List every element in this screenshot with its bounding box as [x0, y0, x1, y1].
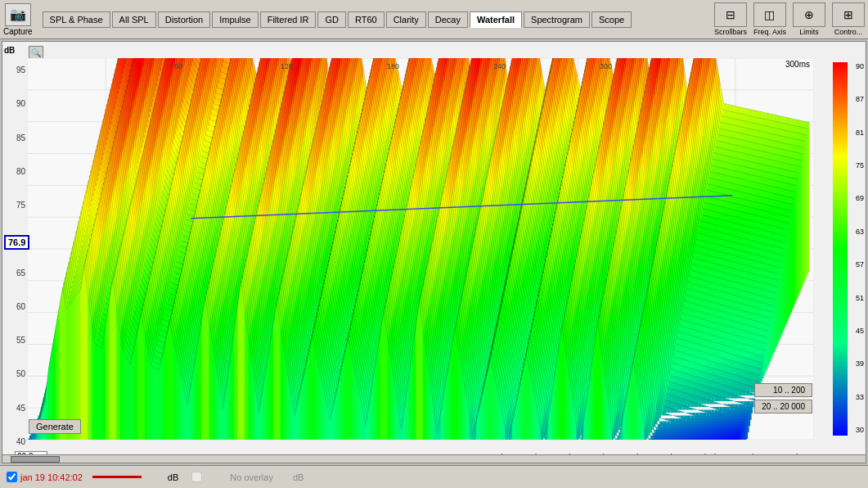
db-axis-label: 65 — [2, 269, 25, 278]
db-axis-label: 55 — [2, 337, 25, 345]
toolbar-limits[interactable]: ⊕ Limits — [793, 2, 825, 36]
db-axis-label: 50 — [2, 370, 25, 378]
color-scale-label: 90 — [856, 62, 864, 70]
scrollbars-label: Scrollbars — [714, 28, 747, 36]
tab-bar: SPL & PhaseAll SPLDistortionImpulseFilte… — [43, 11, 632, 28]
highlighted-value: 76.9 — [4, 235, 29, 250]
color-scale-label: 30 — [856, 426, 864, 434]
right-toolbar: ⊟ Scrollbars ◫ Freq. Axis ⊕ Limits ⊞ Con… — [714, 2, 865, 36]
db-axis-label: 80 — [2, 168, 25, 176]
tab-impulse[interactable]: Impulse — [212, 11, 259, 28]
controls-icon: ⊞ — [832, 2, 865, 27]
status-overlay-group: No overlay dB — [191, 472, 304, 482]
color-scale-label: 75 — [856, 161, 864, 169]
time-label-300ms: 300ms — [785, 60, 810, 69]
toolbar: 📷 Capture SPL & PhaseAll SPLDistortionIm… — [0, 0, 868, 39]
chart-container: dB 959085807570656055504540 76.9 🔍 🔎 300… — [2, 41, 866, 463]
color-bar — [833, 62, 848, 436]
color-scale-label: 39 — [856, 359, 864, 368]
generate-button[interactable]: Generate — [29, 419, 81, 434]
main-content: dB 959085807570656055504540 76.9 🔍 🔎 300… — [0, 39, 868, 465]
db-axis-label: 40 — [2, 438, 25, 446]
color-scale-label: 81 — [856, 129, 864, 137]
status-overlay: No overlay — [230, 472, 273, 482]
db-axis-label: 75 — [2, 201, 25, 210]
color-scale-label: 51 — [856, 294, 864, 302]
db-axis-label: 90 — [2, 100, 25, 108]
overlay-checkbox[interactable] — [191, 472, 202, 482]
toolbar-freq-axis[interactable]: ◫ Freq. Axis — [753, 2, 786, 36]
db-axis-label: 95 — [2, 66, 25, 75]
color-scale-label: 57 — [856, 260, 864, 269]
db-axis-label: 60 — [2, 303, 25, 311]
status-db2: dB — [293, 472, 304, 482]
status-date: jan 19 10:42:02 — [20, 472, 83, 482]
color-scale-label: 69 — [856, 194, 864, 202]
color-scale-label: 63 — [856, 228, 864, 236]
freq-axis-icon: ◫ — [753, 2, 786, 27]
toolbar-scrollbars[interactable]: ⊟ Scrollbars — [714, 2, 747, 36]
db-axis: 959085807570656055504540 — [2, 42, 27, 463]
status-bar: jan 19 10:42:02 dB No overlay dB — [0, 465, 868, 488]
range-button[interactable]: 20 .. 20 000 — [754, 400, 812, 413]
color-scale: 908781756963575145393330 — [816, 58, 866, 438]
zoom-in-icon[interactable]: 🔍 — [29, 46, 43, 59]
toolbar-controls[interactable]: ⊞ Contro... — [832, 2, 865, 36]
tab-waterfall[interactable]: Waterfall — [470, 11, 522, 28]
tab-scope[interactable]: Scope — [591, 11, 632, 28]
status-checkbox: jan 19 10:42:02 dB — [7, 472, 178, 482]
range-buttons: 10 .. 20020 .. 20 000 — [754, 383, 812, 413]
scrollbars-icon: ⊟ — [714, 2, 747, 27]
waterfall-canvas[interactable] — [27, 58, 814, 440]
limits-label: Limits — [799, 28, 819, 36]
tab-decay[interactable]: Decay — [428, 11, 468, 28]
tab-spl-phase[interactable]: SPL & Phase — [43, 11, 110, 28]
color-scale-label: 87 — [856, 95, 864, 103]
tab-all-spl[interactable]: All SPL — [112, 11, 156, 28]
capture-icon: 📷 — [5, 3, 31, 26]
tab-gd[interactable]: GD — [317, 11, 346, 28]
capture-button[interactable]: 📷 Capture — [3, 3, 33, 36]
h-scrollbar[interactable] — [2, 454, 866, 463]
color-scale-label: 33 — [856, 393, 864, 401]
color-scale-labels: 908781756963575145393330 — [856, 62, 864, 434]
status-checkbox-input[interactable] — [7, 472, 17, 482]
limits-icon: ⊕ — [793, 2, 825, 27]
freq-axis-label: Freq. Axis — [753, 28, 786, 36]
status-db: dB — [168, 472, 178, 482]
color-scale-label: 45 — [856, 327, 864, 335]
range-button[interactable]: 10 .. 200 — [754, 383, 812, 397]
tab-clarity[interactable]: Clarity — [386, 11, 426, 28]
tab-rt60[interactable]: RT60 — [348, 11, 385, 28]
capture-label: Capture — [3, 27, 33, 36]
tab-distortion[interactable]: Distortion — [158, 11, 210, 28]
db-axis-label: 45 — [2, 404, 25, 413]
status-color-line — [92, 476, 142, 478]
tab-spectrogram[interactable]: Spectrogram — [524, 11, 590, 28]
db-axis-label: 85 — [2, 134, 25, 142]
controls-label: Contro... — [834, 28, 863, 36]
tab-filtered-ir[interactable]: Filtered IR — [260, 11, 317, 28]
